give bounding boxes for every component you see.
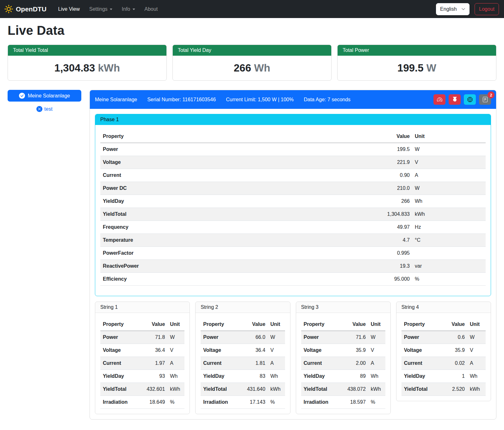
row-property: YieldTotal xyxy=(301,383,345,396)
nav-item-about[interactable]: About xyxy=(140,4,163,15)
journal-text-icon xyxy=(482,97,488,102)
table-row: Irradiation 17.143 % xyxy=(201,396,285,409)
total-card-unit: kWh xyxy=(98,62,120,74)
row-property: Power xyxy=(301,331,345,344)
row-value: 221.9 xyxy=(332,156,412,169)
row-property: YieldDay xyxy=(401,370,445,383)
row-unit: °C xyxy=(412,234,486,247)
nav-item-live-view[interactable]: Live View xyxy=(53,4,84,15)
row-unit: kWh xyxy=(467,383,486,396)
table-header-row: Property Value Unit xyxy=(301,318,385,331)
row-property: YieldDay xyxy=(301,370,345,383)
column-header-unit: Unit xyxy=(268,318,285,331)
inverter-serial: Serial Number: 116171603546 xyxy=(147,97,216,103)
phase-table: Property Value Unit Power xyxy=(100,130,486,286)
language-select[interactable]: English xyxy=(436,3,470,15)
inverter-list-item-test[interactable]: test xyxy=(8,106,81,112)
table-row: YieldDay 266 Wh xyxy=(100,195,486,208)
total-card-value: 199.5 xyxy=(397,62,424,74)
row-value: 1.97 xyxy=(144,357,167,370)
device-info-button[interactable] xyxy=(464,94,476,105)
row-property: Voltage xyxy=(100,156,332,169)
table-row: YieldDay 83 Wh xyxy=(201,370,285,383)
navbar-right: English Logout xyxy=(436,3,499,15)
row-property: Irradiation xyxy=(301,396,345,409)
inverter-select-button[interactable]: Meine Solaranlage xyxy=(8,90,81,102)
column-header-unit: Unit xyxy=(412,130,486,143)
row-property: Efficiency xyxy=(100,273,332,286)
string-4-table: Property Value Unit Power xyxy=(401,318,486,396)
total-card-value: 1,304.83 xyxy=(54,62,95,74)
table-row: YieldTotal 438.072 kWh xyxy=(301,383,385,396)
table-row: Current 2.00 A xyxy=(301,357,385,370)
event-log-button[interactable]: 2 xyxy=(479,94,491,105)
row-unit: A xyxy=(268,357,285,370)
brand-label: OpenDTU xyxy=(16,5,47,13)
sun-icon xyxy=(4,5,13,13)
inverter-list-sidebar: Meine Solaranlage test xyxy=(8,90,81,112)
inverter-card: Meine Solaranlage Serial Number: 1161716… xyxy=(90,90,496,420)
table-row: Current 1.81 A xyxy=(201,357,285,370)
string-card-title: String 1 xyxy=(95,302,190,313)
inverter-actions: 2 xyxy=(433,94,491,105)
row-value: 432.601 xyxy=(144,383,167,396)
row-value: 266 xyxy=(332,195,412,208)
logout-button[interactable]: Logout xyxy=(475,3,499,15)
row-property: Power xyxy=(100,331,144,344)
row-property: Irradiation xyxy=(201,396,244,409)
table-row: Irradiation 18.597 % xyxy=(301,396,385,409)
total-yield-day-card: Total Yield Day 266 Wh xyxy=(172,45,332,81)
page-container: Live Data Total Yield Total 1,304.83 kWh… xyxy=(0,18,504,420)
column-header-value: Value xyxy=(332,130,412,143)
nav-item-settings[interactable]: Settings xyxy=(84,4,117,15)
limit-settings-button[interactable] xyxy=(433,94,445,105)
row-value: 19.3 xyxy=(332,260,412,273)
table-row: PowerFactor 0.995 xyxy=(100,247,486,260)
row-property: ReactivePower xyxy=(100,260,332,273)
column-header-unit: Unit xyxy=(167,318,184,331)
row-value: 431.640 xyxy=(245,383,268,396)
table-header-row: Property Value Unit xyxy=(201,318,285,331)
row-value: 1.81 xyxy=(245,357,268,370)
row-value: 66.0 xyxy=(245,331,268,344)
row-value: 438.072 xyxy=(345,383,368,396)
row-unit xyxy=(412,247,486,260)
row-unit: % xyxy=(268,396,285,409)
table-row: YieldDay 89 Wh xyxy=(301,370,385,383)
column-header-unit: Unit xyxy=(368,318,385,331)
row-value: 18.597 xyxy=(345,396,368,409)
cpu-icon xyxy=(467,97,473,102)
column-header-property: Property xyxy=(401,318,445,331)
inverter-select-label: Meine Solaranlage xyxy=(28,93,70,99)
row-unit: kWh xyxy=(368,383,385,396)
brand[interactable]: OpenDTU xyxy=(4,5,47,13)
row-unit: W xyxy=(268,331,285,344)
column-header-property: Property xyxy=(100,318,144,331)
row-property: YieldDay xyxy=(100,195,332,208)
power-toggle-button[interactable] xyxy=(449,94,461,105)
row-value: 2.00 xyxy=(345,357,368,370)
inverter-test-label: test xyxy=(44,106,53,112)
row-property: Current xyxy=(100,169,332,182)
row-unit: var xyxy=(412,260,486,273)
total-power-card: Total Power 199.5 W xyxy=(337,45,496,81)
table-row: Voltage 221.9 V xyxy=(100,156,486,169)
table-header-row: Property Value Unit xyxy=(401,318,486,331)
dropdown-caret-icon xyxy=(133,9,135,10)
row-unit: V xyxy=(268,344,285,357)
table-row: Irradiation 18.649 % xyxy=(100,396,184,409)
row-unit: W xyxy=(412,143,486,156)
table-row: YieldDay 1 Wh xyxy=(401,370,486,383)
row-value: 83 xyxy=(245,370,268,383)
table-row: Current 0.02 A xyxy=(401,357,486,370)
table-row: Power 71.6 W xyxy=(301,331,385,344)
table-row: ReactivePower 19.3 var xyxy=(100,260,486,273)
row-unit: V xyxy=(368,344,385,357)
nav-item-info[interactable]: Info xyxy=(117,4,140,15)
row-value: 1,304.833 xyxy=(332,208,412,221)
row-value: 49.97 xyxy=(332,221,412,234)
row-unit: V xyxy=(167,344,184,357)
row-property: YieldDay xyxy=(201,370,244,383)
row-value: 2.520 xyxy=(445,383,467,396)
table-row: Power DC 210.0 W xyxy=(100,182,486,195)
